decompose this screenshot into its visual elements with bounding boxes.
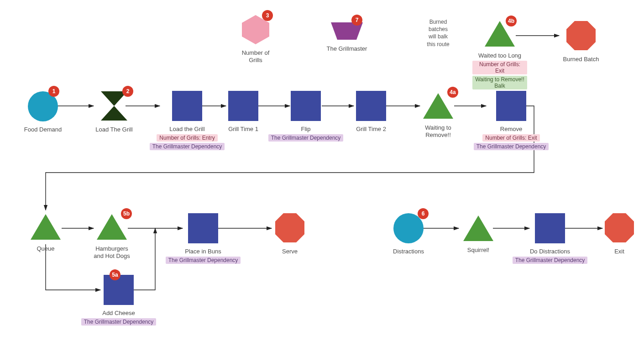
node-load-grill-activity[interactable]: Load the Grill Number of Grills: Entry T… (146, 90, 228, 150)
node-label: Remove (470, 126, 552, 133)
tag-grills-entry: Number of Grills: Entry (157, 134, 217, 142)
svg-rect-33 (535, 213, 565, 243)
node-grill-time-1[interactable]: Grill Time 1 (218, 90, 268, 133)
node-label: Waited too Long (472, 52, 527, 59)
node-waited-too-long[interactable]: Waited too Long Number of Grills: Exit W… (472, 19, 527, 89)
svg-marker-32 (463, 215, 493, 241)
tag-grills-exit: Number of Grills: Exit (482, 134, 539, 142)
node-load-grill-hourglass[interactable]: Load The Grill (87, 89, 141, 133)
svg-rect-25 (496, 91, 526, 121)
badge-3: 3 (262, 10, 273, 21)
node-queue[interactable]: Queue (25, 212, 66, 252)
square-icon (171, 90, 203, 122)
badge-2: 2 (122, 86, 133, 97)
svg-rect-30 (104, 275, 134, 305)
svg-rect-23 (356, 91, 386, 121)
node-label: Hamburgersand Hot Dogs (84, 245, 139, 260)
tag-grillmaster-dep: The Grillmaster Dependency (81, 318, 157, 326)
tag-grills-exit: Number of Grills: Exit (472, 61, 527, 74)
triangle-icon (29, 212, 63, 242)
node-label: Do Distractions (509, 248, 591, 255)
triangle-icon (461, 214, 495, 243)
octagon-icon (603, 211, 636, 244)
annotation-burned-note: Burnedbatcheswill balkthis route (420, 18, 456, 48)
node-label: Squirrel! (456, 247, 501, 254)
node-label: Waiting toRemove!! (411, 124, 466, 139)
node-label: Flip (265, 126, 347, 133)
svg-marker-27 (97, 214, 127, 240)
square-icon (187, 212, 219, 244)
node-hamburgers[interactable]: Hamburgersand Hot Dogs (84, 212, 139, 260)
node-label: Place in Buns (162, 248, 244, 255)
tag-balk: Waiting to Remove!! Balk (472, 76, 527, 89)
node-distractions[interactable]: Distractions (383, 212, 434, 255)
svg-rect-22 (291, 91, 321, 121)
node-flip[interactable]: Flip The Grillmaster Dependency (265, 90, 347, 142)
badge-5a: 5a (110, 269, 120, 280)
octagon-icon (273, 211, 306, 244)
badge-1: 1 (48, 86, 59, 97)
node-serve[interactable]: Serve (267, 211, 313, 255)
node-label: Queue (25, 245, 66, 252)
node-do-distractions[interactable]: Do Distractions The Grillmaster Dependen… (509, 212, 591, 264)
node-label: Load The Grill (87, 126, 141, 133)
svg-rect-21 (228, 91, 258, 121)
node-label: Burned Batch (556, 56, 606, 63)
square-icon (495, 90, 527, 122)
svg-rect-20 (172, 91, 202, 121)
node-label: Exit (599, 248, 640, 255)
svg-marker-24 (423, 93, 453, 119)
node-label: Grill Time 1 (218, 126, 268, 133)
square-icon (534, 212, 566, 244)
badge-4b: 4b (506, 16, 517, 26)
square-icon (290, 90, 322, 122)
badge-7: 7 (351, 15, 362, 26)
octagon-icon (565, 19, 597, 52)
diagram-canvas: Number ofGrills 3 The Grillmaster 7 Burn… (0, 0, 644, 352)
node-label: Distractions (383, 248, 434, 255)
square-icon (355, 90, 387, 122)
svg-marker-19 (101, 91, 127, 121)
badge-4a: 4a (447, 87, 458, 98)
svg-marker-29 (275, 213, 304, 242)
svg-marker-34 (605, 213, 634, 242)
node-label: Number ofGrills (230, 49, 281, 64)
svg-rect-28 (188, 213, 218, 243)
node-remove[interactable]: Remove Number of Grills: Exit The Grillm… (470, 90, 552, 150)
node-place-buns[interactable]: Place in Buns The Grillmaster Dependency (162, 212, 244, 264)
square-icon (227, 90, 259, 122)
svg-marker-17 (566, 21, 596, 50)
node-label: Serve (267, 248, 313, 255)
node-label: Load the Grill (146, 126, 228, 133)
tag-grillmaster-dep: The Grillmaster Dependency (268, 134, 344, 142)
tag-grillmaster-dep: The Grillmaster Dependency (166, 257, 241, 264)
node-food-demand[interactable]: Food Demand (16, 90, 70, 133)
node-exit[interactable]: Exit (599, 211, 640, 255)
node-number-of-grills[interactable]: Number ofGrills (230, 14, 281, 64)
node-grill-time-2[interactable]: Grill Time 2 (346, 90, 396, 133)
badge-5b: 5b (121, 208, 132, 219)
badge-6: 6 (418, 208, 429, 219)
node-label: Grill Time 2 (346, 126, 396, 133)
tag-grillmaster-dep: The Grillmaster Dependency (513, 257, 588, 264)
node-grillmaster[interactable]: The Grillmaster (317, 21, 377, 53)
tag-grillmaster-dep: The Grillmaster Dependency (474, 143, 549, 150)
node-label: The Grillmaster (317, 45, 377, 53)
node-waiting-remove[interactable]: Waiting toRemove!! (411, 91, 466, 139)
node-add-cheese[interactable]: Add Cheese The Grillmaster Dependency (78, 274, 160, 326)
node-squirrel[interactable]: Squirrel! (456, 214, 501, 254)
node-label: Add Cheese (78, 310, 160, 317)
node-label: Food Demand (16, 126, 70, 133)
tag-grillmaster-dep: The Grillmaster Dependency (150, 143, 225, 150)
svg-marker-26 (31, 214, 61, 240)
node-burned-batch[interactable]: Burned Batch (556, 19, 606, 63)
